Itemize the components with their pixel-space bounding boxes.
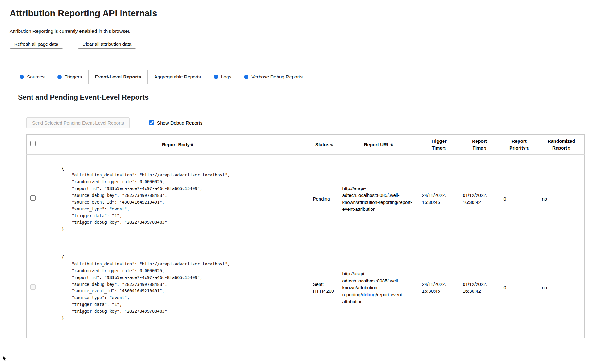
show-debug-checkbox[interactable] xyxy=(149,120,154,125)
report-row-sent: { "attribution_destination": "http://ara… xyxy=(27,243,585,332)
col-header-report-body[interactable]: Report Body⇅ xyxy=(46,135,309,155)
show-debug-toggle[interactable]: Show Debug Reports xyxy=(149,120,202,126)
row-select-checkbox[interactable] xyxy=(30,195,36,201)
section-heading: Sent and Pending Event-Level Reports xyxy=(18,93,593,102)
randomized-report: no xyxy=(538,154,585,243)
event-level-reports-panel: Sent and Pending Event-Level Reports Sen… xyxy=(18,93,593,351)
tab-aggregatable-reports[interactable]: Aggregatable Reports xyxy=(148,70,207,84)
sort-icon: ⇅ xyxy=(526,146,529,150)
sort-icon: ⇅ xyxy=(443,146,446,150)
tab-label: Triggers xyxy=(65,74,82,80)
report-body-json: { "attribution_destination": "http://ara… xyxy=(62,254,306,322)
sort-icon: ⇅ xyxy=(390,143,393,147)
reports-panel: Send Selected Pending Event-Level Report… xyxy=(18,109,593,351)
sort-icon: ⇅ xyxy=(568,146,570,150)
report-body-cell: { "attribution_destination": "http://ara… xyxy=(46,154,309,243)
sort-icon: ⇅ xyxy=(330,143,333,147)
col-header-status[interactable]: Status⇅ xyxy=(309,135,339,155)
tab-label: Verbose Debug Reports xyxy=(251,74,302,80)
data-dot-icon xyxy=(20,75,24,79)
report-status: Sent: HTTP 200 xyxy=(309,243,339,332)
report-body-cell: { "attribution_destination": "http://ara… xyxy=(46,243,309,332)
tab-strip: Sources Triggers Event-Level Reports Agg… xyxy=(10,70,593,84)
col-header-trigger-time[interactable]: Trigger Time⇅ xyxy=(418,135,459,155)
randomized-report: no xyxy=(538,243,585,332)
tab-logs[interactable]: Logs xyxy=(207,70,238,84)
top-buttons: Refresh all page data Clear all attribut… xyxy=(10,40,593,49)
clear-all-button[interactable]: Clear all attribution data xyxy=(78,40,136,49)
col-header-report-priority[interactable]: Report Priority⇅ xyxy=(500,135,538,155)
status-suffix: in this browser. xyxy=(97,28,130,34)
col-header-report-url[interactable]: Report URL⇅ xyxy=(339,135,418,155)
col-header-report-time[interactable]: Report Time⇅ xyxy=(459,135,500,155)
report-row-pending: { "attribution_destination": "http://ara… xyxy=(27,154,585,243)
debug-path-highlight: debug xyxy=(362,292,376,297)
table-header-row: Report Body⇅ Status⇅ Report URL⇅ Trigger… xyxy=(27,135,585,155)
report-body-json: { "attribution_destination": "http://ara… xyxy=(62,165,306,233)
data-dot-icon xyxy=(57,75,62,79)
report-priority: 0 xyxy=(500,154,538,243)
tab-event-level-reports[interactable]: Event-Level Reports xyxy=(88,70,148,84)
select-all-checkbox[interactable] xyxy=(30,141,36,146)
select-all-cell xyxy=(27,135,46,155)
attribution-internals-page: Attribution Reporting API Internals Attr… xyxy=(0,0,602,364)
status-text: Attribution Reporting is currently enabl… xyxy=(10,28,593,34)
page-title: Attribution Reporting API Internals xyxy=(10,8,593,19)
sort-icon: ⇅ xyxy=(190,143,193,147)
trigger-time: 24/11/2022, 15:30:45 xyxy=(418,154,459,243)
tab-label: Event-Level Reports xyxy=(95,74,141,80)
row-select-cell xyxy=(27,243,46,332)
table-footer-cell xyxy=(27,332,585,338)
report-status: Pending xyxy=(309,154,339,243)
tab-sources[interactable]: Sources xyxy=(13,70,51,84)
tab-triggers[interactable]: Triggers xyxy=(51,70,88,84)
row-select-checkbox-disabled xyxy=(30,284,36,290)
trigger-time: 24/11/2022, 15:30:45 xyxy=(418,243,459,332)
row-select-cell xyxy=(27,154,46,243)
refresh-all-button[interactable]: Refresh all page data xyxy=(10,40,63,49)
show-debug-label: Show Debug Reports xyxy=(157,120,202,126)
tab-label: Logs xyxy=(221,74,231,80)
mouse-cursor-icon xyxy=(2,355,6,362)
divider xyxy=(10,57,593,57)
data-dot-icon xyxy=(214,75,218,79)
status-enabled: enabled xyxy=(79,28,97,34)
report-url: http://arapi-adtech.localhost:8085/.well… xyxy=(339,154,418,243)
report-time: 01/12/2022, 16:30:42 xyxy=(459,243,500,332)
report-priority: 0 xyxy=(500,243,538,332)
tab-label: Sources xyxy=(27,74,45,80)
col-header-randomized-report[interactable]: Randomized Report⇅ xyxy=(538,135,585,155)
data-dot-icon xyxy=(244,75,248,79)
report-url: http://arapi-adtech.localhost:8085/.well… xyxy=(339,243,418,332)
report-url-text: http://arapi-adtech.localhost:8085/.well… xyxy=(342,186,412,212)
table-footer-spacer xyxy=(27,332,585,338)
sort-icon: ⇅ xyxy=(484,146,486,150)
panel-toolbar: Send Selected Pending Event-Level Report… xyxy=(26,117,585,128)
report-time: 01/12/2022, 16:30:42 xyxy=(459,154,500,243)
tab-verbose-debug-reports[interactable]: Verbose Debug Reports xyxy=(238,70,309,84)
send-selected-button[interactable]: Send Selected Pending Event-Level Report… xyxy=(26,117,130,128)
status-prefix: Attribution Reporting is currently xyxy=(10,28,79,34)
reports-table: Report Body⇅ Status⇅ Report URL⇅ Trigger… xyxy=(26,134,585,338)
tab-label: Aggregatable Reports xyxy=(154,74,201,80)
